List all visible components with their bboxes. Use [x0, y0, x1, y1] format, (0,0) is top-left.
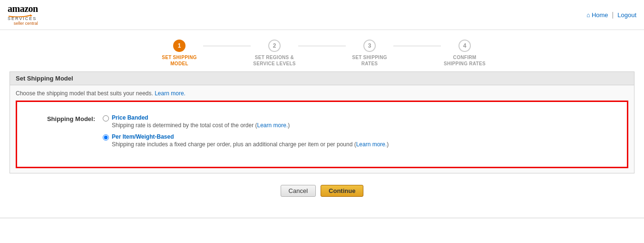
header-navigation: ⌂ Home | Logout: [586, 11, 636, 19]
connector-3-4: [393, 46, 441, 46]
step-4-circle: 4: [459, 40, 471, 52]
shipping-model-row: Shipping Model: Price Banded Shipp: [27, 110, 617, 157]
step-2: 2 SET REGIONS &SERVICE LEVELS: [251, 40, 298, 67]
per-item-desc: Shipping rate includes a fixed charge pe…: [112, 141, 389, 148]
step-2-circle: 2: [268, 40, 281, 52]
wizard-steps: 1 SET SHIPPINGMODEL 2 SET REGIONS &SERVI…: [0, 30, 644, 71]
logout-label: Logout: [617, 11, 636, 19]
step-3: 3 SET SHIPPINGRATES: [346, 40, 393, 67]
per-item-title: Per Item/Weight-Based: [112, 133, 389, 140]
connector-2-3: [298, 46, 346, 46]
price-banded-title: Price Banded: [112, 114, 290, 121]
amazon-logo-text: amazon: [8, 4, 38, 13]
step-4-label: CONFIRMSHIPPING RATES: [444, 54, 486, 67]
connector-1-2: [203, 46, 251, 46]
page-footer: [0, 218, 644, 218]
price-banded-learn-more-link[interactable]: Learn more.: [257, 122, 288, 129]
step-1-label: SET SHIPPINGMODEL: [162, 54, 197, 67]
services-text: services: [8, 16, 37, 21]
seller-central-text: seller central: [14, 21, 38, 26]
shipping-model-section: Set Shipping Model Choose the shipping m…: [10, 71, 634, 173]
amazon-logo: amazon services seller central: [8, 4, 38, 26]
action-buttons: Cancel Continue: [10, 178, 634, 203]
per-item-learn-more-link[interactable]: Learn more.: [356, 141, 387, 148]
continue-button[interactable]: Continue: [321, 185, 363, 197]
home-icon: ⌂: [586, 11, 590, 19]
step-1-circle: 1: [173, 40, 185, 52]
per-item-content: Per Item/Weight-Based Shipping rate incl…: [112, 133, 389, 148]
shipping-model-label: Shipping Model:: [27, 114, 103, 122]
home-label: Home: [592, 11, 608, 19]
intro-learn-more-link[interactable]: Learn more.: [155, 90, 185, 97]
per-item-radio[interactable]: [103, 134, 109, 141]
page-header: amazon services seller central ⌂ Home | …: [0, 0, 644, 30]
per-item-option: Per Item/Weight-Based Shipping rate incl…: [103, 133, 617, 148]
shipping-model-fields: Price Banded Shipping rate is determined…: [103, 114, 617, 152]
section-intro: Choose the shipping model that best suit…: [16, 90, 628, 97]
cancel-button[interactable]: Cancel: [281, 185, 316, 197]
price-banded-content: Price Banded Shipping rate is determined…: [112, 114, 290, 129]
red-outlined-form: Shipping Model: Price Banded Shipp: [16, 101, 628, 168]
section-body: Choose the shipping model that best suit…: [10, 85, 634, 173]
nav-divider: |: [612, 11, 614, 19]
main-content: Set Shipping Model Choose the shipping m…: [0, 71, 644, 203]
step-3-label: SET SHIPPINGRATES: [352, 54, 387, 67]
step-3-circle: 3: [363, 40, 376, 52]
section-title: Set Shipping Model: [10, 72, 634, 85]
home-link[interactable]: ⌂ Home: [586, 11, 608, 19]
price-banded-option: Price Banded Shipping rate is determined…: [103, 114, 617, 129]
logout-link[interactable]: Logout: [617, 11, 636, 19]
step-2-label: SET REGIONS &SERVICE LEVELS: [253, 54, 296, 67]
step-1: 1 SET SHIPPINGMODEL: [156, 40, 203, 67]
price-banded-desc: Shipping rate is determined by the total…: [112, 122, 290, 129]
step-4: 4 CONFIRMSHIPPING RATES: [441, 40, 488, 67]
price-banded-radio[interactable]: [103, 115, 109, 122]
